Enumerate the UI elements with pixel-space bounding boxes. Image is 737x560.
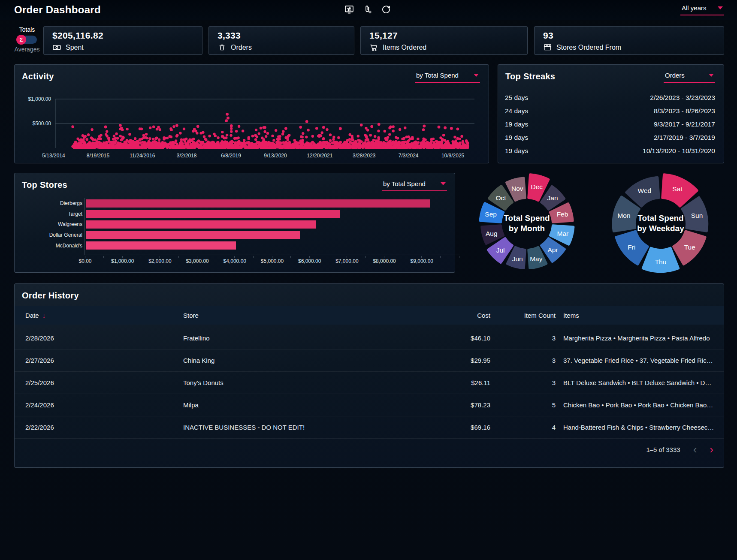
donut-segment-label: Jun xyxy=(512,255,523,262)
top-streaks-panel: Top Streaks Orders 25 days2/26/2023 - 3/… xyxy=(498,64,724,163)
streak-range: 9/3/2017 - 9/21/2017 xyxy=(654,120,715,128)
svg-text:11/24/2016: 11/24/2016 xyxy=(130,153,155,159)
next-page-icon[interactable]: › xyxy=(710,445,713,454)
streak-row: 19 days10/13/2020 - 10/31/2020 xyxy=(505,144,715,157)
toggle-knob: Σ xyxy=(16,35,26,45)
axis-tick-mark xyxy=(253,256,254,258)
top-bar-actions xyxy=(343,3,392,15)
toggle-label-averages[interactable]: Averages xyxy=(13,46,41,53)
column-header-items[interactable]: Items xyxy=(556,312,714,319)
svg-text:3/2/2018: 3/2/2018 xyxy=(177,153,197,159)
order-items: Hand-Battered Fish & Chips • Strawberry … xyxy=(556,424,714,431)
axis-tick-mark xyxy=(141,256,141,258)
column-header-store[interactable]: Store xyxy=(183,312,417,319)
donut-segment-label: Thu xyxy=(655,258,667,265)
streaks-filter-dropdown[interactable]: Orders xyxy=(664,72,715,83)
activity-scatter-chart: $1,000.00$500.005/13/20148/19/201511/24/… xyxy=(15,65,489,163)
axis-tick-mark xyxy=(160,256,160,258)
top-stores-panel: Top Stores by Total Spend DierbergsTarge… xyxy=(14,173,455,273)
top-stores-title: Top Stores xyxy=(22,180,67,190)
order-history-pagination: 1–5 of 3333 ‹ › xyxy=(646,445,713,454)
axis-tick-mark xyxy=(403,256,403,258)
order-item-count: 3 xyxy=(490,357,556,364)
bar-track xyxy=(86,241,455,250)
streak-range: 2/17/2019 - 3/7/2019 xyxy=(654,134,715,142)
order-date: 2/22/2026 xyxy=(25,424,183,431)
bar-target xyxy=(86,210,340,218)
bar-mcdonald-s xyxy=(86,241,236,250)
axis-tick-label: $6,000.00 xyxy=(293,258,327,264)
bar-category-label: Dierbergs xyxy=(15,200,86,206)
add-attachment-button[interactable] xyxy=(362,3,374,15)
order-history-row[interactable]: 2/27/2026China King$29.95337. Vegetable … xyxy=(15,349,724,372)
bar-row: McDonald's xyxy=(15,240,455,251)
add-attachment-icon xyxy=(362,4,373,15)
svg-text:6/8/2019: 6/8/2019 xyxy=(221,153,241,159)
bar-row: Target xyxy=(15,209,455,220)
order-cost: $69.16 xyxy=(417,424,490,431)
display-settings-button[interactable] xyxy=(343,3,355,15)
column-header-cost[interactable]: Cost xyxy=(417,312,490,319)
order-history-header-row: Date↓ Store Cost Item Count Items xyxy=(15,306,724,325)
chevron-down-icon xyxy=(709,74,714,77)
order-history-row[interactable]: 2/25/2026Tony's Donuts$26.113BLT Deluxe … xyxy=(15,372,724,394)
year-filter-dropdown[interactable]: All years xyxy=(680,4,724,15)
stat-label: Spent xyxy=(66,44,84,51)
streak-row: 19 days2/17/2019 - 3/7/2019 xyxy=(505,131,715,144)
donut-segment-label: Sep xyxy=(485,211,497,218)
stat-value: 3,333 xyxy=(217,30,345,41)
order-history-row[interactable]: 2/28/2026Fratellino$46.103Margherita Piz… xyxy=(15,327,724,349)
top-stores-bars: DierbergsTargetWalgreensDollar GeneralMc… xyxy=(15,198,455,251)
svg-text:3/28/2023: 3/28/2023 xyxy=(353,153,376,159)
axis-tick-mark xyxy=(421,256,422,258)
chevron-down-icon xyxy=(441,182,446,185)
axis-tick-mark xyxy=(365,256,366,258)
sort-desc-icon: ↓ xyxy=(42,312,46,319)
stat-value: 15,127 xyxy=(369,30,519,41)
donut-segment-label: Tue xyxy=(684,244,695,251)
bar-dollar-general xyxy=(86,231,300,239)
previous-page-icon[interactable]: ‹ xyxy=(693,445,697,454)
donut-segment-label: Nov xyxy=(511,185,523,192)
donut-segment-label: Aug xyxy=(486,230,498,237)
donut-segment-label: Sat xyxy=(672,185,683,193)
donut-center-title-line2: by Weekday xyxy=(637,224,684,233)
spend-by-month-donut: DecJanFebMarAprMayJunJulAugSepOctNovTota… xyxy=(473,170,580,277)
order-date: 2/24/2026 xyxy=(25,401,183,409)
toggle-label-totals[interactable]: Totals xyxy=(13,26,41,33)
stores-filter-dropdown[interactable]: by Total Spend xyxy=(382,180,447,191)
axis-tick-label: $8,000.00 xyxy=(367,258,402,264)
streak-days: 25 days xyxy=(505,94,528,102)
bar-track xyxy=(86,220,455,229)
bar-row: Walgreens xyxy=(15,219,455,230)
stat-value: 93 xyxy=(543,30,715,41)
order-history-row[interactable]: 2/22/2026INACTIVE BUSINESSES - DO NOT ED… xyxy=(15,416,724,439)
order-item-count: 3 xyxy=(490,334,556,342)
order-history-row[interactable]: 2/24/2026Milpa$78.235Chicken Bao • Pork … xyxy=(15,394,724,416)
donut-segment-label: Jul xyxy=(496,247,505,254)
totals-averages-toggle[interactable]: Σ xyxy=(17,36,37,44)
bar-track xyxy=(86,199,455,208)
axis-tick-mark xyxy=(440,256,441,258)
money-icon xyxy=(52,43,61,52)
axis-tick-label: $4,000.00 xyxy=(217,258,252,264)
refresh-button[interactable] xyxy=(380,3,392,15)
order-cost: $78.23 xyxy=(417,401,490,409)
column-header-date[interactable]: Date↓ xyxy=(25,312,183,319)
donut-segment-label: Jan xyxy=(547,194,558,202)
axis-tick-mark xyxy=(178,256,179,258)
top-streaks-list: 25 days2/26/2023 - 3/23/202324 days8/3/2… xyxy=(505,91,715,157)
axis-tick-label: $3,000.00 xyxy=(180,258,214,264)
stat-label: Stores Ordered From xyxy=(556,44,621,51)
order-cost: $46.10 xyxy=(417,334,490,342)
column-header-item-count[interactable]: Item Count xyxy=(490,312,556,319)
bar-row: Dierbergs xyxy=(15,198,455,209)
bar-chart-x-axis xyxy=(85,255,460,255)
axis-tick-mark xyxy=(290,256,291,258)
order-store: Tony's Donuts xyxy=(183,379,417,386)
stat-label: Items Ordered xyxy=(383,44,426,51)
bar-row: Dollar General xyxy=(15,230,455,241)
donut-segment-label: Fri xyxy=(628,244,635,251)
bar-category-label: Dollar General xyxy=(15,232,86,238)
order-items: BLT Deluxe Sandwich • BLT Deluxe Sandwic… xyxy=(556,379,714,386)
